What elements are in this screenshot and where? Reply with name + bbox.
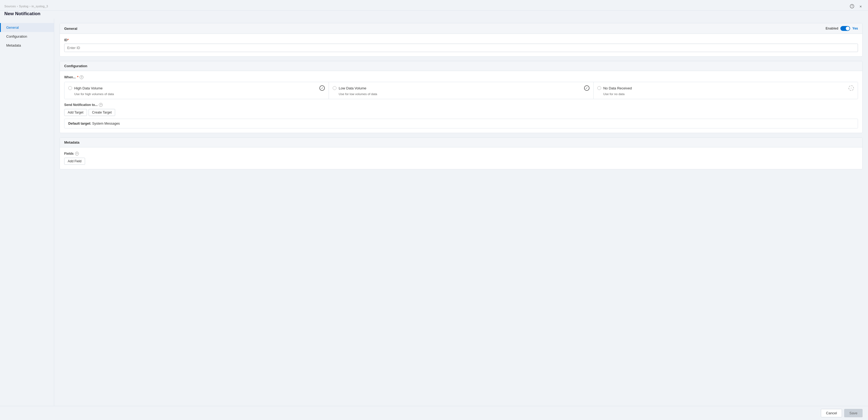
toggle-value: Yes: [852, 27, 858, 30]
configuration-section: Configuration When...* ? High Data V: [60, 61, 863, 133]
enabled-toggle[interactable]: [840, 26, 850, 31]
save-button[interactable]: Save: [844, 409, 863, 417]
sidebar-item-metadata[interactable]: Metadata: [0, 41, 54, 50]
radio-card-no-data[interactable]: No Data Received ○ Use for no data: [594, 82, 858, 99]
close-icon-button[interactable]: ×: [858, 3, 864, 9]
breadcrumb-sources[interactable]: Sources: [4, 5, 16, 8]
close-icon: ×: [860, 4, 862, 9]
cancel-button[interactable]: Cancel: [821, 409, 842, 417]
breadcrumb-sep2: ›: [30, 5, 31, 8]
radio-circle-none: [597, 86, 601, 90]
metadata-title: Metadata: [64, 140, 80, 144]
configuration-section-header: Configuration: [60, 61, 862, 71]
send-notification-help-icon[interactable]: ?: [99, 103, 103, 107]
add-target-button[interactable]: Add Target: [64, 109, 87, 116]
id-field-input[interactable]: [64, 43, 858, 52]
radio-title-low: Low Data Volume: [339, 86, 366, 90]
breadcrumb-syslog[interactable]: Syslog: [19, 5, 28, 8]
when-label: When...* ?: [64, 75, 858, 79]
check-circle-none: ○: [848, 85, 854, 91]
add-field-button[interactable]: Add Field: [64, 158, 85, 165]
breadcrumb-current: in_syslog_3: [31, 5, 48, 8]
sidebar-item-configuration[interactable]: Configuration: [0, 32, 54, 41]
general-section: General Enabled Yes ID*: [60, 23, 863, 57]
svg-text:?: ?: [851, 5, 853, 8]
sidebar-item-general[interactable]: General: [0, 23, 54, 32]
breadcrumb: Sources › Syslog › in_syslog_3: [4, 5, 48, 8]
radio-desc-high: Use for high volumes of data: [74, 92, 325, 96]
configuration-title: Configuration: [64, 64, 87, 68]
fields-help-icon[interactable]: ?: [75, 152, 79, 155]
footer: Cancel Save: [0, 406, 868, 420]
general-section-header: General Enabled Yes: [60, 23, 862, 34]
metadata-section-header: Metadata: [60, 138, 862, 147]
sidebar-item-label: General: [6, 26, 19, 30]
radio-title-high: High Data Volume: [74, 86, 103, 90]
default-target-label: Default target:: [68, 122, 91, 125]
radio-circle-high: [68, 86, 72, 90]
default-target-box: Default target: System Messages: [64, 119, 858, 128]
send-notification-label: Send Notification to... ?: [64, 103, 858, 107]
general-section-body: ID*: [60, 34, 862, 56]
create-target-button[interactable]: Create Target: [89, 109, 116, 116]
radio-desc-none: Use for no data: [603, 92, 854, 96]
configuration-section-body: When...* ? High Data Volume ✓: [60, 71, 862, 133]
check-circle-low: ✓: [584, 85, 589, 91]
enabled-label: Enabled: [826, 27, 838, 30]
sidebar: General Configuration Metadata: [0, 19, 54, 406]
page-title: New Notification: [0, 10, 868, 19]
fields-label: Fields ?: [64, 152, 858, 155]
toggle-thumb: [846, 27, 849, 30]
radio-desc-low: Use for low volumes of data: [339, 92, 589, 96]
breadcrumb-sep1: ›: [17, 5, 18, 8]
content-area: General Enabled Yes ID* Configuration: [54, 19, 868, 406]
metadata-section-body: Fields ? Add Field: [60, 147, 862, 169]
radio-card-high-data[interactable]: High Data Volume ✓ Use for high volumes …: [64, 82, 329, 99]
help-icon-button[interactable]: ?: [849, 3, 855, 9]
enabled-toggle-area: Enabled Yes: [826, 26, 858, 31]
general-title: General: [64, 27, 77, 31]
check-circle-high: ✓: [319, 85, 325, 91]
sidebar-item-label: Metadata: [6, 43, 21, 48]
when-help-icon[interactable]: ?: [80, 75, 84, 79]
default-target-value-text: System Messages: [92, 122, 120, 125]
radio-title-none: No Data Received: [603, 86, 632, 90]
target-button-group: Add Target Create Target: [64, 109, 858, 116]
metadata-section: Metadata Fields ? Add Field: [60, 138, 863, 169]
sidebar-item-label: Configuration: [6, 34, 27, 38]
radio-circle-low: [333, 86, 337, 90]
id-field-label: ID*: [64, 38, 858, 42]
radio-cards: High Data Volume ✓ Use for high volumes …: [64, 82, 858, 99]
radio-card-low-data[interactable]: Low Data Volume ✓ Use for low volumes of…: [329, 82, 593, 99]
